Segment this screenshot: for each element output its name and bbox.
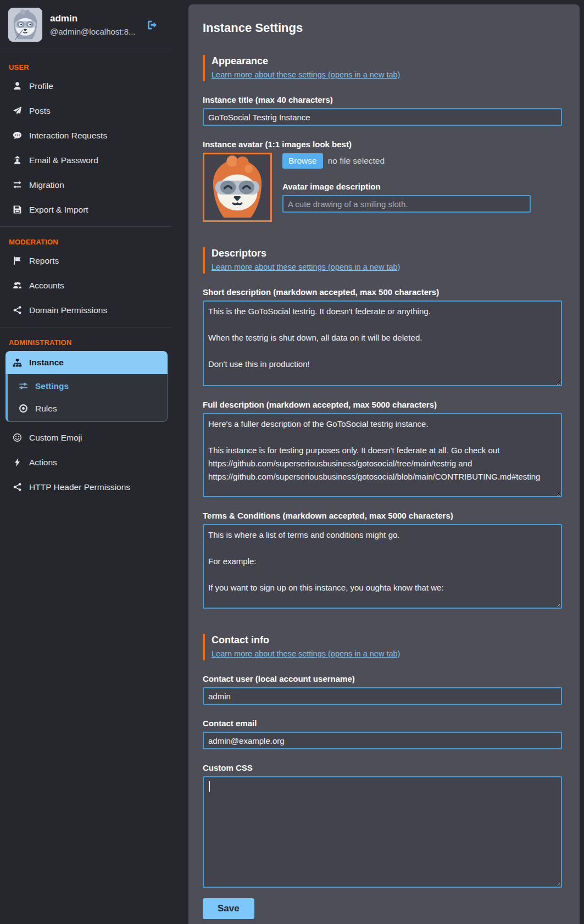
learn-more-link[interactable]: Learn more about these settings (opens i… [212,70,400,79]
sidebar-item-label: HTTP Header Permissions [29,482,130,492]
field-full-description: Full description (markdown accepted, max… [203,400,562,497]
instance-submenu: Settings Rules [5,374,168,422]
sidebar-section-user: USER Profile Posts Interaction Requests [0,57,171,222]
bolt-icon [13,458,22,467]
sidebar-item-settings[interactable]: Settings [8,375,167,397]
instance-menu-block: Instance Settings Rules [5,351,168,422]
sidebar-section-administration: ADMINISTRATION Instance Settings [0,332,171,499]
user-icon [13,81,22,91]
smile-icon [13,433,22,442]
field-instance-avatar: Instance avatar (1:1 images look best) [203,140,562,222]
sidebar-item-label: Profile [29,81,53,91]
floppy-disk-icon [13,205,22,214]
field-label: Terms & Conditions (markdown accepted, m… [203,511,562,520]
terms-textarea[interactable]: This is where a list of terms and condit… [203,524,562,609]
page-title: Instance Settings [203,21,562,35]
sidebar-item-email-password[interactable]: Email & Password [0,148,171,172]
section-title: Appearance [212,55,562,67]
sidebar-item-actions[interactable]: Actions [0,450,171,475]
avatar-description-label: Avatar image description [282,182,531,191]
exchange-arrows-icon [13,180,22,190]
sidebar-item-label: Posts [29,106,51,116]
sidebar-item-label: Reports [29,256,59,266]
sidebar-item-domain-permissions[interactable]: Domain Permissions [0,298,171,322]
short-description-textarea[interactable]: This is the GoToSocial testrig. It doesn… [203,300,562,386]
sidebar-item-rules[interactable]: Rules [8,397,167,420]
section-appearance: Appearance Learn more about these settin… [203,55,562,81]
sidebar-item-label: Email & Password [29,155,98,165]
sidebar-item-instance[interactable]: Instance [5,351,168,374]
field-contact-email: Contact email [203,719,562,749]
sidebar-item-http-header-permissions[interactable]: HTTP Header Permissions [0,475,171,499]
browse-button[interactable]: Browse [282,153,323,169]
sloth-avatar-orange [204,154,270,220]
sidebar-item-interaction-requests[interactable]: Interaction Requests [0,123,171,148]
section-title: Contact info [212,634,562,646]
text-caret [209,781,210,792]
sidebar-item-label: Export & Import [29,205,88,215]
full-description-textarea[interactable]: Here's a fuller description of the GoToS… [203,413,562,497]
learn-more-link[interactable]: Learn more about these settings (opens i… [212,263,400,271]
sidebar-item-accounts[interactable]: Accounts [0,273,171,298]
sidebar-item-label: Actions [29,458,57,467]
file-status-text: no file selected [328,156,385,166]
field-contact-user: Contact user (local account username) [203,674,562,705]
field-label: Instance avatar (1:1 images look best) [203,140,562,149]
field-label: Contact email [203,719,562,728]
sidebar-section-moderation: MODERATION Reports Accounts Domain Permi… [0,231,171,322]
user-name: admin [50,13,139,24]
sidebar: admin @admin@localhost:8... USER Profile [0,0,171,499]
sidebar-item-label: Custom Emoji [29,433,82,443]
sliders-icon [19,381,28,391]
field-label: Short description (markdown accepted, ma… [203,287,562,297]
instance-title-input[interactable] [203,108,562,126]
contact-email-input[interactable] [203,732,562,749]
learn-more-link[interactable]: Learn more about these settings (opens i… [212,649,400,658]
sidebar-item-migration[interactable]: Migration [0,172,171,197]
sidebar-item-label: Domain Permissions [29,305,107,315]
logout-icon[interactable] [147,19,158,31]
sidebar-item-label: Interaction Requests [29,131,107,141]
contact-user-input[interactable] [203,687,562,705]
sidebar-item-custom-emoji[interactable]: Custom Emoji [0,425,171,450]
instance-avatar-preview [203,153,272,222]
paper-plane-icon [13,106,22,115]
section-contact-info: Contact info Learn more about these sett… [203,634,562,660]
field-label: Contact user (local account username) [203,674,562,683]
sidebar-item-label: Settings [35,381,69,391]
field-instance-title: Instance title (max 40 characters) [203,95,562,126]
field-custom-css: Custom CSS [203,763,562,888]
user-secret-icon [13,155,22,165]
settings-panel: Instance Settings Appearance Learn more … [188,4,580,924]
share-nodes-icon [13,482,22,492]
users-icon [13,281,22,290]
avatar-description-input[interactable] [282,195,531,213]
sidebar-item-profile[interactable]: Profile [0,74,171,98]
field-terms: Terms & Conditions (markdown accepted, m… [203,511,562,609]
sidebar-item-export-import[interactable]: Export & Import [0,197,171,222]
section-header-user: USER [0,57,171,74]
custom-css-textarea[interactable] [203,776,562,888]
comment-dots-icon [13,131,22,140]
section-title: Descriptors [212,248,562,259]
sidebar-item-posts[interactable]: Posts [0,98,171,123]
divider [0,226,171,227]
sitemap-icon [13,358,22,368]
section-header-moderation: MODERATION [0,231,171,248]
sidebar-item-label: Migration [29,180,64,190]
user-avatar [8,8,42,42]
save-button[interactable]: Save [203,898,254,919]
section-descriptors: Descriptors Learn more about these setti… [203,247,562,274]
sidebar-item-label: Rules [35,404,57,414]
field-label: Full description (markdown accepted, max… [203,400,562,409]
user-card[interactable]: admin @admin@localhost:8... [4,4,168,47]
app-root: admin @admin@localhost:8... USER Profile [0,0,584,924]
divider [0,327,171,327]
sidebar-item-label: Accounts [29,281,64,291]
user-handle: @admin@localhost:8... [50,27,139,36]
sloth-avatar-gray [8,8,42,42]
field-label: Instance title (max 40 characters) [203,95,562,104]
flag-icon [13,256,22,265]
sidebar-item-reports[interactable]: Reports [0,248,171,273]
sidebar-item-label: Instance [29,358,64,368]
